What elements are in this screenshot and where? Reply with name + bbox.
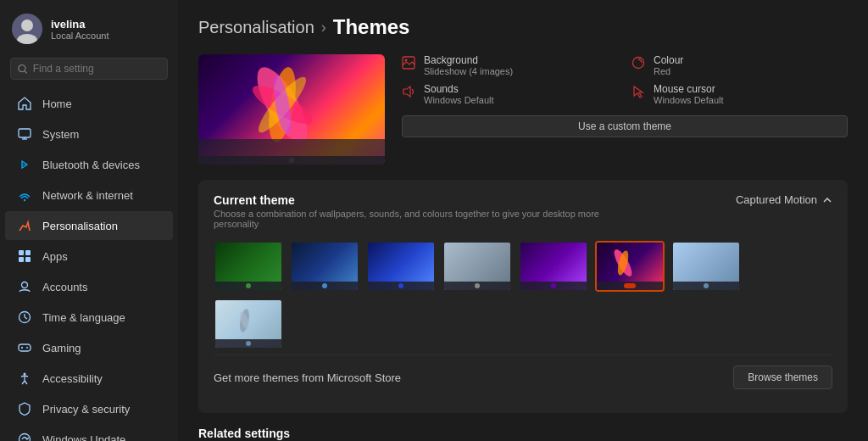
hero-abstract (219, 59, 346, 152)
breadcrumb-current: Themes (333, 15, 410, 39)
theme-bg-8 (215, 300, 281, 348)
avatar (12, 14, 42, 44)
svg-marker-31 (403, 87, 410, 97)
sidebar-label-time: Time & language (42, 311, 125, 324)
sidebar-label-apps: Apps (42, 250, 68, 263)
meta-sounds-text: Sounds Windows Default (424, 83, 494, 105)
theme-preview-image (198, 54, 385, 165)
dot-2 (322, 283, 327, 288)
dot-3 (398, 283, 403, 288)
meta-colour-value: Red (654, 66, 683, 76)
get-more-bar: Get more themes from Microsoft Store Bro… (214, 354, 832, 399)
sidebar-item-windows-update[interactable]: Windows Update (5, 425, 173, 441)
sidebar-label-privacy: Privacy & security (42, 403, 130, 416)
network-icon (17, 187, 32, 203)
breadcrumb: Personalisation › Themes (198, 15, 848, 39)
dot-4 (475, 283, 480, 288)
mini-taskbar-5 (520, 282, 587, 290)
svg-rect-10 (25, 250, 31, 255)
sidebar-label-bluetooth: Bluetooth & devices (42, 159, 140, 171)
sidebar-item-time[interactable]: Time & language (5, 303, 173, 332)
sidebar-label-personalisation: Personalisation (42, 220, 118, 232)
theme-bg-2 (292, 243, 358, 290)
theme-thumb-7[interactable] (671, 241, 741, 292)
sidebar-item-privacy[interactable]: Privacy & security (5, 394, 173, 423)
meta-sounds: Sounds Windows Default (402, 83, 618, 105)
theme-thumb-3[interactable] (366, 241, 436, 292)
system-icon (17, 126, 32, 142)
theme-meta: Background Slideshow (4 images) Colour (402, 54, 848, 137)
theme-thumb-8[interactable] (214, 299, 283, 349)
theme-bg-7 (673, 243, 739, 290)
user-profile[interactable]: ivelina Local Account (0, 0, 178, 54)
sidebar-label-gaming: Gaming (42, 342, 81, 354)
apps-icon (17, 248, 32, 264)
svg-rect-17 (19, 344, 31, 351)
sidebar-item-gaming[interactable]: Gaming (5, 333, 173, 362)
accounts-icon (17, 279, 32, 294)
bluetooth-icon (17, 157, 32, 172)
mini-taskbar-6 (597, 282, 663, 290)
theme-thumb-2[interactable] (290, 241, 359, 292)
theme-bg-6 (597, 243, 663, 290)
breadcrumb-parent[interactable]: Personalisation (198, 18, 314, 37)
colour-icon (632, 56, 647, 71)
theme-thumb-4[interactable] (442, 241, 512, 292)
sidebar-item-apps[interactable]: Apps (5, 242, 173, 271)
svg-line-16 (25, 317, 27, 319)
meta-background-value: Slideshow (4 images) (424, 66, 513, 76)
user-name: ivelina (51, 18, 109, 31)
theme-thumb-5[interactable] (519, 241, 588, 292)
themes-grid-row2 (214, 299, 832, 349)
chevron-up-icon (822, 195, 832, 205)
get-more-text: Get more themes from Microsoft Store (214, 371, 401, 384)
thumb-swirl (226, 306, 264, 336)
related-section: Related settings Desktop icon settings (198, 427, 848, 441)
personalisation-icon (17, 218, 32, 233)
svg-line-4 (25, 70, 27, 73)
svg-rect-11 (19, 257, 24, 262)
background-icon (402, 56, 417, 71)
sidebar-item-system[interactable]: System (5, 120, 173, 148)
sidebar-label-home: Home (42, 98, 72, 110)
theme-thumb-6[interactable] (595, 241, 665, 292)
mini-taskbar-4 (444, 282, 510, 290)
thumb-flower (602, 246, 644, 280)
search-box[interactable] (10, 58, 168, 80)
user-type: Local Account (51, 31, 109, 41)
breadcrumb-separator: › (321, 19, 326, 36)
svg-rect-12 (25, 257, 31, 262)
cursor-icon (632, 85, 647, 100)
dot-5 (551, 283, 556, 288)
dot-6 (624, 283, 636, 288)
theme-hero: Background Slideshow (4 images) Colour (198, 54, 848, 165)
custom-theme-button[interactable]: Use a custom theme (402, 115, 848, 137)
theme-bg-3 (368, 243, 434, 290)
sidebar-item-home[interactable]: Home (5, 89, 173, 118)
meta-sounds-value: Windows Default (424, 95, 494, 105)
theme-bg-4 (444, 243, 510, 290)
sidebar-item-network[interactable]: Network & internet (5, 181, 173, 209)
search-input[interactable] (33, 63, 160, 75)
meta-background-label: Background (424, 54, 513, 66)
svg-point-21 (24, 373, 26, 376)
current-theme-section: Current theme Choose a combination of wa… (198, 180, 848, 413)
sidebar-item-personalisation[interactable]: Personalisation (5, 211, 173, 240)
mini-taskbar-1 (215, 282, 281, 290)
sidebar-item-bluetooth[interactable]: Bluetooth & devices (5, 150, 173, 179)
sidebar-item-accessibility[interactable]: Accessibility (5, 364, 173, 393)
sidebar-item-accounts[interactable]: Accounts (5, 272, 173, 301)
update-icon (17, 432, 32, 441)
theme-meta-grid: Background Slideshow (4 images) Colour (402, 54, 848, 105)
active-theme-name: Captured Motion (736, 193, 817, 206)
theme-thumb-1[interactable] (214, 241, 283, 292)
svg-point-20 (26, 347, 28, 349)
themes-grid (214, 241, 832, 292)
taskbar-dot (289, 158, 294, 163)
current-theme-header: Current theme Choose a combination of wa… (214, 193, 832, 229)
current-theme-title: Current theme (214, 193, 637, 207)
sidebar-label-accounts: Accounts (42, 281, 87, 293)
home-icon (17, 96, 32, 111)
sidebar-label-system: System (42, 128, 79, 141)
browse-themes-button[interactable]: Browse themes (733, 366, 832, 389)
